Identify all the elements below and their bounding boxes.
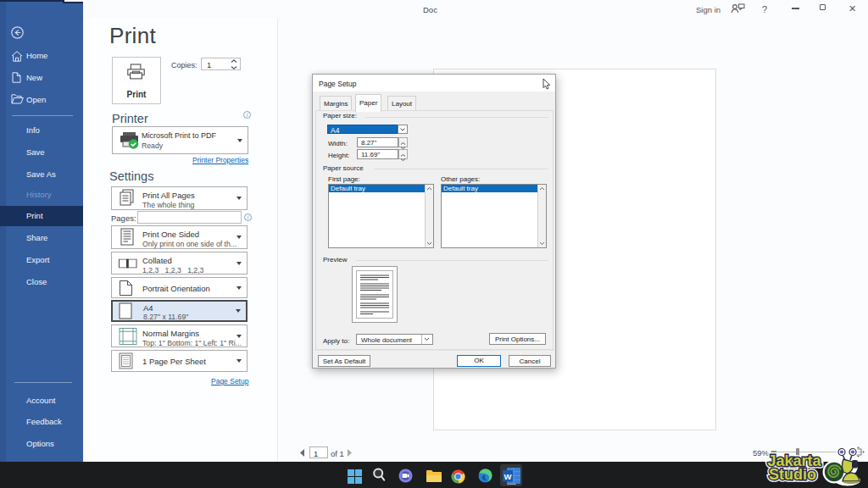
- svg-text:Studio: Studio: [769, 466, 816, 483]
- svg-text:W: W: [504, 472, 512, 481]
